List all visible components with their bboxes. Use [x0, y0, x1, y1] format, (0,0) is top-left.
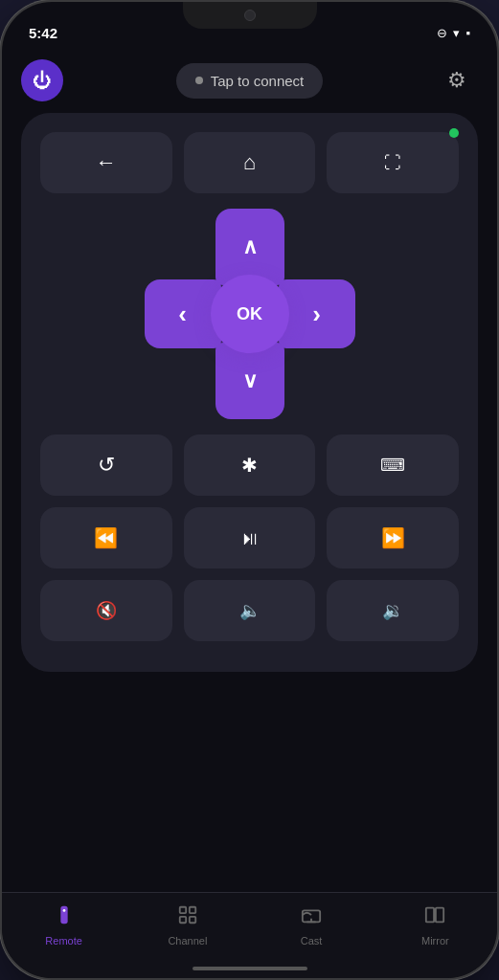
power-button[interactable]: ⏻: [21, 59, 63, 101]
replay-icon: ↺: [98, 453, 115, 478]
home-icon: ⌂: [243, 150, 256, 175]
channel-tab-icon: [177, 904, 198, 931]
svg-rect-7: [426, 908, 434, 923]
tab-remote[interactable]: Remote: [2, 904, 125, 947]
rewind-icon: ⏪: [94, 526, 118, 549]
remote-tab-icon: [54, 904, 75, 931]
battery-icon: ▪: [465, 26, 470, 40]
tab-bar: Remote Channel: [2, 892, 497, 978]
volume-down-button[interactable]: 🔈: [184, 580, 316, 641]
channel-tab-label: Channel: [168, 935, 207, 947]
svg-point-1: [62, 909, 65, 912]
cast-tab-label: Cast: [301, 935, 323, 947]
fullscreen-icon: ⛶: [384, 153, 401, 173]
rewind-button[interactable]: ⏪: [40, 507, 172, 568]
cast-tab-icon: [301, 904, 322, 931]
dpad-left-button[interactable]: ‹: [145, 279, 221, 348]
chevron-up-icon: ∧: [242, 234, 258, 259]
notch: [183, 2, 317, 29]
home-button[interactable]: ⌂: [184, 132, 316, 193]
connect-label: Tap to connect: [211, 73, 305, 89]
ok-button[interactable]: OK: [211, 275, 289, 353]
tap-connect-button[interactable]: Tap to connect: [176, 63, 324, 99]
tab-mirror[interactable]: Mirror: [374, 904, 497, 947]
back-button[interactable]: ←: [40, 132, 172, 193]
device-connected-indicator: [449, 128, 459, 138]
mirror-tab-label: Mirror: [421, 935, 449, 947]
phone-frame: 5:42 ⊖ ▾ ▪ ⏻ Tap to connect ⚙: [0, 0, 499, 980]
dpad-up-button[interactable]: ∧: [215, 209, 284, 285]
phone-screen: 5:42 ⊖ ▾ ▪ ⏻ Tap to connect ⚙: [2, 2, 497, 978]
svg-rect-3: [190, 907, 195, 913]
dpad-container: ∧ ‹ OK › ∨: [40, 209, 459, 419]
fast-forward-icon: ⏩: [381, 526, 405, 549]
volume-up-button[interactable]: 🔉: [327, 580, 459, 641]
replay-button[interactable]: ↺: [40, 434, 172, 496]
home-indicator: [193, 967, 307, 970]
media-row-2: ⏪ ⏯ ⏩: [40, 507, 459, 568]
status-time: 5:42: [29, 25, 57, 41]
nav-buttons-row: ← ⌂ ⛶: [40, 132, 459, 193]
front-camera: [244, 10, 256, 21]
chevron-down-icon: ∨: [242, 368, 258, 393]
dpad: ∧ ‹ OK › ∨: [145, 209, 355, 419]
svg-rect-2: [180, 907, 186, 913]
asterisk-icon: ✱: [241, 454, 258, 477]
back-icon: ←: [96, 150, 117, 175]
dpad-down-button[interactable]: ∨: [215, 343, 284, 419]
options-button[interactable]: ✱: [184, 434, 316, 496]
fast-forward-button[interactable]: ⏩: [327, 507, 459, 568]
dpad-right-button[interactable]: ›: [279, 279, 355, 348]
mirror-tab-icon: [424, 904, 445, 931]
power-icon: ⏻: [33, 70, 52, 92]
keyboard-icon: ⌨: [380, 455, 405, 476]
signal-icon: ⊖: [437, 26, 447, 40]
play-pause-icon: ⏯: [240, 527, 260, 549]
remote-tab-label: Remote: [45, 935, 82, 947]
status-icons: ⊖ ▾ ▪: [437, 26, 470, 40]
chevron-right-icon: ›: [312, 300, 321, 329]
svg-rect-4: [180, 917, 186, 923]
settings-button[interactable]: ⚙: [436, 59, 478, 101]
media-row-1: ↺ ✱ ⌨: [40, 434, 459, 496]
mute-button[interactable]: 🔇: [40, 580, 172, 641]
fullscreen-button[interactable]: ⛶: [327, 132, 459, 193]
volume-up-icon: 🔉: [382, 600, 403, 621]
keyboard-button[interactable]: ⌨: [327, 434, 459, 496]
connection-status-dot: [195, 77, 203, 84]
play-pause-button[interactable]: ⏯: [184, 507, 316, 568]
svg-rect-0: [60, 906, 67, 924]
tab-cast[interactable]: Cast: [250, 904, 374, 947]
volume-down-icon: 🔈: [239, 600, 261, 621]
mute-icon: 🔇: [96, 600, 117, 621]
chevron-left-icon: ‹: [178, 300, 187, 329]
app-header: ⏻ Tap to connect ⚙: [2, 50, 497, 113]
ok-label: OK: [237, 304, 262, 324]
wifi-icon: ▾: [453, 26, 460, 40]
tab-channel[interactable]: Channel: [125, 904, 249, 947]
svg-rect-8: [436, 908, 443, 923]
remote-body: ← ⌂ ⛶ ∧ ‹ OK: [21, 113, 478, 672]
media-row-3: 🔇 🔈 🔉: [40, 580, 459, 641]
svg-rect-5: [190, 917, 195, 923]
settings-icon: ⚙: [447, 68, 466, 93]
